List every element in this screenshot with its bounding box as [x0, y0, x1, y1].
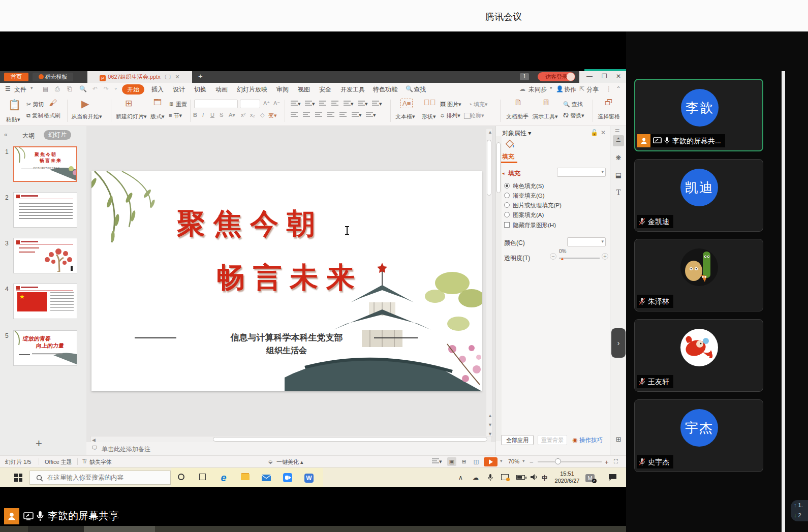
minimize-button[interactable]: —: [586, 73, 593, 80]
slide-title-line1[interactable]: 聚焦今朝: [177, 205, 323, 243]
font-size-select[interactable]: [240, 100, 260, 108]
indent-decrease-icon[interactable]: [319, 101, 326, 107]
menu-tab-security[interactable]: 安全: [319, 85, 331, 94]
fill-tab[interactable]: 填充: [502, 152, 514, 161]
section-button[interactable]: ≡ 节▾: [169, 112, 182, 119]
cloud-sync-icon[interactable]: ☁: [519, 85, 525, 92]
close-button[interactable]: ✕: [616, 73, 621, 80]
doc-assistant-icon[interactable]: 🗎: [514, 98, 522, 107]
toolbar-options-icon[interactable]: ⌄: [114, 85, 118, 90]
transparency-plus[interactable]: +: [602, 253, 608, 260]
close-tab-icon[interactable]: ✕: [175, 74, 179, 80]
shapes-button[interactable]: 形状▾: [422, 113, 436, 120]
justify-icon[interactable]: [327, 112, 334, 118]
transparency-track[interactable]: [559, 258, 600, 259]
menu-tab-animation[interactable]: 动画: [215, 85, 228, 94]
text-tools-icon[interactable]: ▾: [432, 458, 442, 465]
gradient-fill-radio[interactable]: [504, 193, 510, 198]
tray-volume-icon[interactable]: [531, 474, 538, 480]
props-scroll-thumb[interactable]: [496, 142, 501, 193]
preview-icon[interactable]: 🔍: [79, 85, 87, 92]
slide-subtitle-line1[interactable]: 信息与计算科学本科生党支部: [91, 332, 482, 343]
share-icon[interactable]: ⇱: [579, 85, 584, 92]
participant-tile-wangyouxuan[interactable]: 王友轩: [634, 319, 763, 392]
collapse-panel-icon[interactable]: «: [4, 131, 8, 138]
selection-pane-icon[interactable]: 🗗: [605, 98, 613, 107]
numbering-icon[interactable]: ▾: [366, 112, 376, 118]
bold-icon[interactable]: B: [193, 112, 197, 118]
menu-tab-transition[interactable]: 切换: [194, 85, 206, 94]
italic-icon[interactable]: I: [202, 112, 204, 118]
search-input[interactable]: [47, 472, 167, 484]
transparency-handle[interactable]: ▲: [560, 256, 565, 261]
fit-slide-icon[interactable]: ⛶: [614, 458, 618, 465]
panel-expander-button[interactable]: ›: [611, 328, 626, 358]
menu-tab-features[interactable]: 特色功能: [373, 85, 397, 94]
participant-tile-jinkaidi[interactable]: 凯迪 金凯迪: [634, 159, 763, 232]
file-explorer-icon[interactable]: [239, 472, 251, 484]
current-slide[interactable]: 聚焦今朝 畅言未来 信息与计算科学本科生党支部 组织生活会: [91, 171, 482, 391]
vertical-scroll-thumb[interactable]: [487, 140, 491, 196]
solid-fill-label[interactable]: 纯色填充(S): [513, 182, 544, 190]
pin-panel-icon[interactable]: 🔓: [591, 129, 598, 136]
slide-subtitle-line2[interactable]: 组织生活会: [91, 346, 482, 356]
font-increase-icon[interactable]: A⁺: [263, 100, 270, 107]
paste-button[interactable]: 粘贴▾: [6, 116, 20, 123]
play-options-caret[interactable]: ▾: [500, 458, 503, 463]
slides-tab[interactable]: 幻灯片: [44, 130, 71, 140]
file-caret-icon[interactable]: ▾: [30, 85, 33, 90]
pattern-fill-label[interactable]: 图案填充(A): [513, 211, 544, 219]
menu-tab-insert[interactable]: 插入: [151, 85, 164, 94]
slide-thumbnail-5[interactable]: 绽放的青春 向上的力量: [13, 330, 77, 366]
clear-format-icon[interactable]: ◇: [260, 112, 264, 118]
solid-fill-radio[interactable]: [504, 183, 510, 189]
menu-tab-start[interactable]: 开始: [122, 84, 144, 95]
tray-meeting-app-icon[interactable]: Me: [585, 474, 595, 482]
align-left-icon[interactable]: [291, 112, 298, 118]
more-menu-icon[interactable]: ⋮: [606, 85, 612, 92]
find-icon[interactable]: 🔍: [406, 85, 413, 92]
format-painter-button[interactable]: 格式刷: [44, 112, 60, 119]
notes-placeholder[interactable]: 单击此处添加备注: [102, 445, 150, 454]
sorter-view-icon[interactable]: ⊞: [459, 457, 469, 466]
paste-icon[interactable]: 📋: [8, 99, 21, 111]
menu-find[interactable]: 查找: [414, 85, 426, 94]
tray-clock[interactable]: 15:51 2020/6/27: [553, 470, 581, 484]
export-icon[interactable]: ⎗: [67, 85, 72, 92]
cortana-icon[interactable]: [175, 472, 187, 484]
subscript-icon[interactable]: x₂: [250, 112, 255, 118]
edge-icon[interactable]: e: [217, 472, 230, 484]
slide-thumbnail-2[interactable]: [13, 192, 77, 228]
zoom-caret[interactable]: ▾: [522, 458, 525, 463]
indent-increase-icon[interactable]: [331, 101, 338, 107]
text-direction-icon[interactable]: ▾: [344, 101, 354, 107]
pin-tab-icon[interactable]: 🖵: [165, 74, 171, 80]
superscript-icon[interactable]: x²: [241, 112, 245, 118]
task-view-icon[interactable]: [196, 472, 208, 484]
slide-thumbnail-3[interactable]: [13, 238, 77, 273]
hide-bg-label[interactable]: 隐藏背景图形(H): [513, 222, 556, 229]
cut-button[interactable]: ✂ 剪切: [26, 101, 44, 108]
arrange-button[interactable]: ≎ 排列▾: [440, 112, 460, 119]
layout-button[interactable]: 版式▾: [150, 113, 165, 120]
restore-button[interactable]: ❐: [602, 73, 607, 80]
missing-font-label[interactable]: 缺失字体: [89, 458, 112, 466]
tray-battery-icon[interactable]: [516, 474, 525, 481]
align-right-icon[interactable]: [315, 112, 322, 118]
picture-fill-label[interactable]: 图片或纹理填充(P): [513, 202, 562, 209]
selection-pane-button[interactable]: 选择窗格: [598, 113, 620, 120]
tray-ime-indicator[interactable]: 中: [542, 474, 548, 483]
grid-view-icon[interactable]: ⊞: [613, 434, 624, 445]
participant-tile-lixin[interactable]: 李歆 李歆的屏幕共...: [634, 79, 763, 151]
notes-bar[interactable]: 🗨 单击此处添加备注: [86, 442, 495, 455]
close-panel-icon[interactable]: ✕: [601, 129, 606, 136]
columns-icon[interactable]: ▾: [352, 112, 362, 118]
redo-icon[interactable]: ↷: [104, 85, 109, 92]
picture-fill-radio[interactable]: [504, 202, 510, 208]
save-icon[interactable]: ▤: [43, 85, 48, 92]
zoom-slider-handle[interactable]: [555, 458, 561, 464]
layout-icon[interactable]: 🗔: [153, 98, 162, 107]
animation-strip-icon[interactable]: ⬓: [613, 170, 624, 181]
new-tab-button[interactable]: +: [198, 72, 203, 80]
align-center-icon[interactable]: [303, 112, 310, 118]
